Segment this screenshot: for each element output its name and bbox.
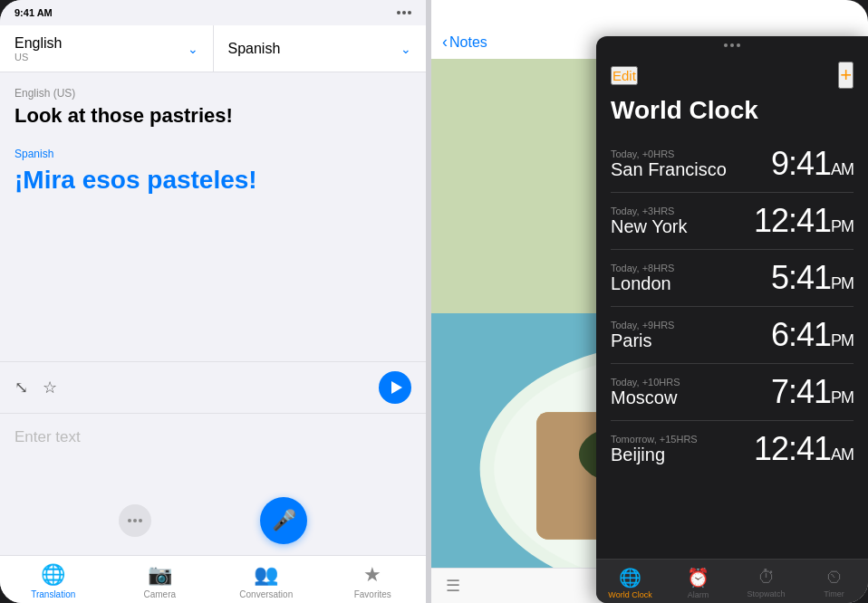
expand-icon[interactable]: ⤡	[14, 378, 28, 397]
favorites-icon: ★	[363, 563, 381, 587]
nav-item-camera[interactable]: 📷 Camera	[107, 563, 214, 599]
notes-back-label: Notes	[449, 34, 487, 51]
notes-panel: ‹ Notes	[431, 0, 868, 603]
san-francisco-city: San Francisco	[611, 159, 727, 180]
translation-icon: 🌐	[41, 563, 65, 587]
nav-item-conversation[interactable]: 👥 Conversation	[213, 563, 320, 599]
alarm-icon: ⏰	[687, 567, 709, 589]
target-text: ¡Mira esos pasteles!	[14, 164, 411, 196]
source-language-button[interactable]: English US ⌄	[0, 25, 214, 72]
translation-panel: 9:41 AM English US ⌄ Spanish	[0, 0, 426, 603]
notes-list-icon[interactable]: ☰	[446, 576, 460, 596]
language-selector: English US ⌄ Spanish ⌄	[0, 25, 426, 72]
bottom-controls: 🎤	[0, 486, 426, 555]
london-time: 5:41PM	[771, 259, 854, 297]
new-york-info: Today, +3HRS New York	[611, 206, 688, 237]
source-lang-chevron-icon: ⌄	[188, 42, 198, 56]
clock-header: Edit +	[596, 51, 868, 96]
clock-tab-bar: 🌐 World Clock ⏰ Alarm ⏱ Stopwatch ⏲ Time…	[596, 559, 868, 603]
timer-tab-label: Timer	[824, 589, 844, 598]
london-city: London	[611, 273, 674, 294]
moscow-offset: Today, +10HRS	[611, 377, 680, 388]
london-offset: Today, +8HRS	[611, 263, 674, 273]
new-york-city: New York	[611, 216, 688, 237]
notes-status-bar	[431, 0, 868, 25]
translation-nav-label: Translation	[31, 589, 75, 599]
conversation-nav-label: Conversation	[239, 589, 293, 599]
san-francisco-offset: Today, +0HRS	[611, 148, 727, 159]
beijing-city: Beijing	[611, 445, 698, 465]
clock-list: Today, +0HRS San Francisco 9:41AM Today,…	[596, 136, 868, 559]
paris-info: Today, +9HRS Paris	[611, 320, 674, 351]
tab-timer[interactable]: ⏲ Timer	[800, 567, 868, 599]
clock-item-san-francisco: Today, +0HRS San Francisco 9:41AM	[611, 136, 854, 193]
star-icon[interactable]: ☆	[43, 378, 57, 397]
translation-content: English (US) Look at those pastries! Spa…	[0, 72, 426, 361]
source-text: Look at those pastries!	[14, 103, 411, 129]
split-container: 9:41 AM English US ⌄ Spanish	[0, 0, 868, 603]
microphone-button[interactable]: 🎤	[260, 497, 307, 544]
split-divider[interactable]	[426, 0, 431, 603]
moscow-time: 7:41PM	[771, 373, 854, 411]
moscow-info: Today, +10HRS Moscow	[611, 377, 680, 408]
camera-icon: 📷	[148, 563, 172, 587]
london-info: Today, +8HRS London	[611, 263, 674, 294]
world-clock-icon: 🌐	[619, 567, 641, 589]
favorites-nav-label: Favorites	[354, 589, 391, 599]
paris-city: Paris	[611, 330, 674, 351]
microphone-icon: 🎤	[272, 509, 296, 532]
action-icons-left: ⤡ ☆	[14, 378, 57, 397]
input-placeholder: Enter text	[14, 428, 81, 446]
back-chevron-icon: ‹	[442, 33, 448, 52]
beijing-offset: Tomorrow, +15HRS	[611, 434, 698, 445]
alarm-tab-label: Alarm	[688, 590, 709, 599]
moscow-city: Moscow	[611, 388, 680, 408]
paris-time: 6:41PM	[771, 316, 854, 354]
new-york-offset: Today, +3HRS	[611, 206, 688, 216]
status-time: 9:41 AM	[14, 7, 53, 18]
clock-item-moscow: Today, +10HRS Moscow 7:41PM	[611, 364, 854, 421]
ipad-frame: 9:41 AM English US ⌄ Spanish	[0, 0, 868, 603]
new-york-time: 12:41PM	[754, 202, 854, 240]
bottom-navigation: 🌐 Translation 📷 Camera 👥 Conversation ★ …	[0, 555, 426, 603]
beijing-info: Tomorrow, +15HRS Beijing	[611, 434, 698, 465]
target-lang-name: Spanish	[228, 41, 281, 57]
nav-item-favorites[interactable]: ★ Favorites	[320, 563, 427, 599]
clock-item-new-york: Today, +3HRS New York 12:41PM	[611, 193, 854, 250]
play-button[interactable]	[379, 371, 411, 404]
target-section: Spanish ¡Mira esos pasteles!	[14, 148, 411, 196]
source-lang-region: US	[14, 52, 28, 62]
notes-back-button[interactable]: ‹ Notes	[442, 33, 487, 52]
target-lang-label: Spanish	[14, 148, 411, 160]
more-button[interactable]	[119, 504, 151, 537]
target-language-button[interactable]: Spanish ⌄	[214, 25, 427, 72]
paris-offset: Today, +9HRS	[611, 320, 674, 330]
source-lang-name: English	[14, 35, 62, 52]
tab-world-clock[interactable]: 🌐 World Clock	[596, 567, 664, 599]
input-area[interactable]: Enter text	[0, 414, 426, 486]
clock-menu-dots[interactable]	[724, 43, 740, 47]
clock-item-paris: Today, +9HRS Paris 6:41PM	[611, 307, 854, 364]
nav-item-translation[interactable]: 🌐 Translation	[0, 563, 107, 599]
source-section: English (US) Look at those pastries!	[14, 87, 411, 129]
more-dots-icon	[128, 519, 142, 522]
clock-edit-button[interactable]: Edit	[611, 66, 638, 85]
timer-icon: ⏲	[825, 567, 844, 588]
status-dots	[397, 11, 411, 14]
stopwatch-icon: ⏱	[757, 567, 776, 588]
clock-add-button[interactable]: +	[838, 62, 854, 89]
world-clock-tab-label: World Clock	[608, 590, 651, 599]
san-francisco-time: 9:41AM	[771, 145, 854, 183]
san-francisco-info: Today, +0HRS San Francisco	[611, 148, 727, 180]
world-clock-panel: Edit + World Clock Today, +0HRS San Fran…	[596, 36, 868, 603]
tab-stopwatch[interactable]: ⏱ Stopwatch	[732, 567, 800, 599]
tab-alarm[interactable]: ⏰ Alarm	[664, 567, 732, 599]
action-bar: ⤡ ☆	[0, 361, 426, 414]
source-lang-info: English US	[14, 35, 62, 62]
translation-status-bar: 9:41 AM	[0, 0, 426, 25]
beijing-time: 12:41AM	[754, 430, 854, 468]
clock-item-beijing: Tomorrow, +15HRS Beijing 12:41AM	[611, 421, 854, 477]
stopwatch-tab-label: Stopwatch	[747, 589, 785, 598]
world-clock-title: World Clock	[596, 96, 868, 136]
target-lang-chevron-icon: ⌄	[400, 42, 411, 56]
